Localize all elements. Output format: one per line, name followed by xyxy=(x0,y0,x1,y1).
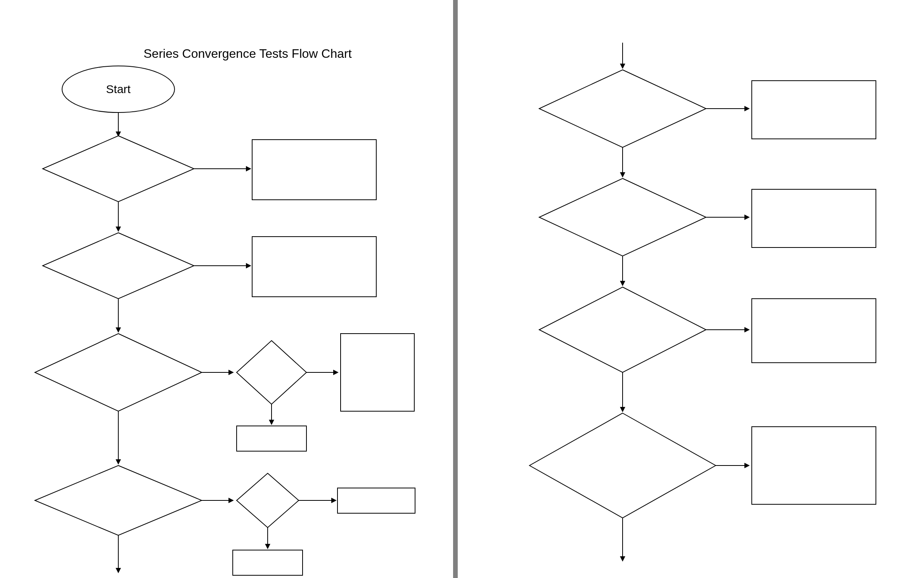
left-diamond-4 xyxy=(35,466,202,535)
flowchart-svg: Start xyxy=(0,0,924,578)
right-rect-1 xyxy=(752,81,876,139)
left-rect-1 xyxy=(252,140,376,200)
left-diamond-2 xyxy=(43,233,194,299)
right-rect-3 xyxy=(752,299,876,363)
start-label: Start xyxy=(106,83,131,95)
right-rect-4 xyxy=(752,427,876,504)
left-rect-3 xyxy=(341,334,414,411)
right-diamond-4 xyxy=(529,413,716,518)
left-rect-3b xyxy=(237,426,306,451)
left-rect-2 xyxy=(252,237,376,297)
chart-title: Series Convergence Tests Flow Chart xyxy=(144,47,352,61)
left-diamond-1 xyxy=(43,136,194,202)
left-diamond-4b xyxy=(237,473,299,528)
right-diamond-1 xyxy=(539,70,706,147)
right-diamond-2 xyxy=(539,178,706,256)
right-rect-2 xyxy=(752,189,876,247)
left-rect-4b xyxy=(233,550,303,575)
left-diamond-3b xyxy=(237,341,306,404)
left-diamond-3 xyxy=(35,334,202,411)
page-divider xyxy=(453,0,458,578)
right-diamond-3 xyxy=(539,287,706,372)
left-rect-4 xyxy=(337,488,415,513)
flowchart-stage: Series Convergence Tests Flow Chart Star… xyxy=(0,0,924,578)
